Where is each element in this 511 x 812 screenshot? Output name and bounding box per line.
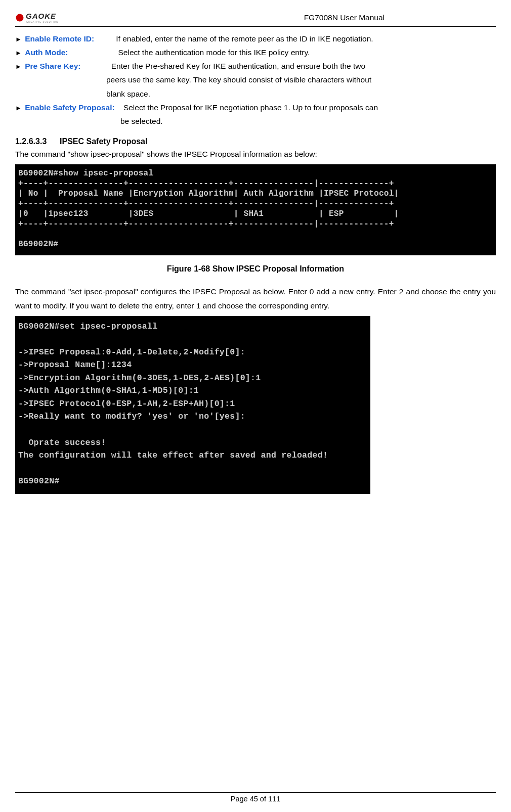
triangle-icon: ► bbox=[15, 49, 22, 57]
def-text: If enabled, enter the name of the remote… bbox=[116, 34, 373, 43]
paragraph-show-command: The command "show ipsec-proposal" shows … bbox=[15, 147, 496, 161]
triangle-icon: ► bbox=[15, 104, 22, 112]
manual-title: FG7008N User Manual bbox=[304, 13, 385, 22]
def-enable-remote-id: ► Enable Remote ID: If enabled, enter th… bbox=[15, 32, 496, 46]
terminal-output-set: BG9002N#set ipsec-proposall ->IPSEC Prop… bbox=[15, 316, 370, 494]
def-label: Pre Share Key: bbox=[25, 62, 80, 70]
def-continuation: peers use the same key. The key should c… bbox=[106, 73, 496, 86]
def-text: Enter the Pre-shared Key for IKE authent… bbox=[111, 62, 365, 70]
svg-text:CREATIVE SOLUTION: CREATIVE SOLUTION bbox=[26, 21, 58, 23]
logo-block: GAOKE CREATIVE SOLUTION bbox=[15, 10, 86, 25]
def-auth-mode: ► Auth Mode: Select the authentication m… bbox=[15, 46, 496, 59]
def-text: Select the Proposal for IKE negotiation … bbox=[123, 103, 378, 112]
terminal-output-show: BG9002N#show ipsec-proposal +----+------… bbox=[15, 164, 496, 255]
triangle-icon: ► bbox=[15, 35, 22, 43]
def-label: Auth Mode: bbox=[25, 48, 68, 57]
svg-text:GAOKE: GAOKE bbox=[26, 12, 56, 20]
def-text: Select the authentication mode for this … bbox=[118, 48, 310, 57]
page-container: GAOKE CREATIVE SOLUTION FG7008N User Man… bbox=[0, 0, 511, 812]
page-header: GAOKE CREATIVE SOLUTION FG7008N User Man… bbox=[15, 10, 496, 27]
def-enable-safety-proposal: ► Enable Safety Proposal: Select the Pro… bbox=[15, 101, 496, 114]
section-heading: 1.2.6.3.3 IPSEC Safety Proposal bbox=[15, 137, 496, 146]
definitions-block: ► Enable Remote ID: If enabled, enter th… bbox=[15, 32, 496, 128]
def-label: Enable Safety Proposal: bbox=[25, 103, 114, 112]
def-pre-share-key: ► Pre Share Key: Enter the Pre-shared Ke… bbox=[15, 59, 496, 73]
def-continuation: be selected. bbox=[120, 114, 496, 128]
gaoke-logo-icon: GAOKE CREATIVE SOLUTION bbox=[15, 10, 86, 25]
page-footer: Page 45 of 111 bbox=[15, 792, 496, 803]
def-continuation: blank space. bbox=[106, 87, 496, 101]
section-title: IPSEC Safety Proposal bbox=[60, 137, 147, 146]
paragraph-set-command: The command "set ipsec-proposal" configu… bbox=[15, 285, 496, 313]
def-label: Enable Remote ID: bbox=[25, 34, 94, 43]
svg-point-0 bbox=[16, 14, 24, 22]
triangle-icon: ► bbox=[15, 63, 22, 70]
figure-caption: Figure 1-68 Show IPSEC Proposal Informat… bbox=[15, 264, 496, 274]
section-number: 1.2.6.3.3 bbox=[15, 137, 47, 146]
